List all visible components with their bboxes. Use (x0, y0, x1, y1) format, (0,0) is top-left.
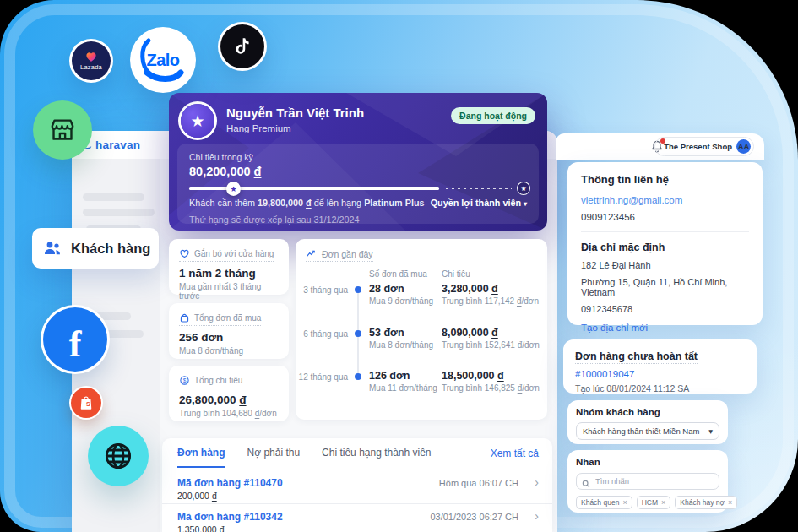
address-line: 182 Lê Đại Hành (581, 260, 749, 270)
zalo-logo: Zalo (133, 30, 193, 90)
member-card: ★ Nguyễn Trần Việt Trinh Hạng Premium Đa… (169, 93, 547, 231)
chevron-right-icon[interactable]: › (535, 509, 539, 523)
order-link[interactable]: Mã đơn hàng #110470 (177, 477, 283, 489)
spend-value: 80,200,000 đ (189, 165, 527, 178)
lazada-logo-text: Lazada (80, 63, 102, 71)
column-header-orders: Số đơn đã mua (369, 269, 427, 279)
new-address-link[interactable]: Tạo địa chỉ mới (581, 323, 749, 333)
progress-dotted-track (446, 188, 512, 189)
label-search-input[interactable] (576, 473, 719, 490)
incomplete-order-link[interactable]: #1000019047 (575, 369, 745, 379)
incomplete-order-created: Tạo lúc 08/01/2024 11:12 SA (575, 383, 745, 394)
stat-sub: Mua 8 đơn/tháng (179, 346, 279, 356)
spend-sub: Trung bình 117,142 đ/đơn (442, 296, 539, 306)
orders-sub: Mua 9 đơn/tháng (369, 296, 433, 306)
customer-group-select[interactable]: Khách hàng thân thiết Miền Nam ▾ (576, 422, 719, 440)
chevron-right-icon[interactable]: › (535, 475, 539, 489)
lazada-heart-icon (84, 51, 98, 62)
contact-card: Thông tin liên hệ viettrinh.ng@gmail.com… (567, 162, 763, 325)
view-all-link[interactable]: Xem tất cả (491, 448, 539, 459)
heart-icon (179, 248, 190, 259)
tier-reset-note: Thứ hạng sẽ được xếp lại sau 31/12/2024 (189, 214, 360, 225)
zalo-swirl-icon (133, 30, 193, 90)
member-benefits-dropdown[interactable]: Quyền lợi thành viên ▾ (431, 198, 527, 208)
users-icon (42, 239, 62, 258)
spend-sub: Trung bình 152,641 đ/đơn (442, 340, 540, 350)
tag-chip[interactable]: HCM× (637, 496, 671, 509)
tier-progress-bar: ★ ★ (189, 187, 527, 190)
order-time: Hôm qua 06:07 CH (439, 478, 518, 488)
tag-chip[interactable]: Khách hay nợ× (675, 496, 737, 509)
shop-avatar: AA (736, 139, 751, 154)
labels-title: Nhãn (576, 457, 719, 467)
shop-switcher[interactable]: The Present Shop AA (654, 137, 754, 156)
coin-icon: $ (179, 375, 190, 386)
hero-canvas: haravan ★ Nguyễn Trần Việt Trinh Hạng Pr… (0, 0, 798, 532)
upgrade-hint: Khách cần thêm 19,800,000 đ để lên hạng … (189, 198, 425, 208)
tiktok-icon (220, 24, 264, 68)
close-icon[interactable]: × (622, 498, 627, 507)
default-address-title: Địa chỉ mặc định (581, 242, 749, 253)
close-icon[interactable]: × (728, 498, 732, 507)
lazada-logo: Lazada (72, 41, 111, 80)
upgrade-tier: Platinum Plus (364, 198, 424, 208)
upgrade-amount: 19,800,000 đ (258, 198, 312, 208)
svg-text:S: S (86, 401, 90, 408)
stat-value: 26,800,000 đ (179, 394, 279, 406)
chevron-down-icon: ▾ (708, 426, 713, 436)
svg-text:$: $ (183, 377, 187, 383)
tag-chip[interactable]: Khách quen× (576, 496, 632, 509)
orders-tabs: Đơn hàng Nợ phải thu Chi tiêu hạng thành… (177, 447, 432, 468)
recent-orders-card: Đơn gần đây Số đơn đã mua Chi tiêu 3 thá… (296, 239, 547, 420)
spend-panel: Chi tiêu trong kỳ 80,200,000 đ ★ ★ Khách… (177, 144, 539, 224)
divider (162, 470, 552, 470)
incomplete-order-card: Đơn hàng chưa hoàn tất #1000019047 Tạo l… (563, 339, 757, 394)
period-label: 12 tháng qua (296, 372, 348, 382)
shop-name: The Present Shop (664, 142, 732, 151)
orders-sub: Mua 8 đơn/tháng (369, 340, 433, 350)
customer-group-card: Nhóm khách hàng Khách hàng thân thiết Mi… (567, 400, 728, 444)
spend-amount: 3,280,000 đ (442, 283, 498, 295)
customer-group-title: Nhóm khách hàng (576, 407, 719, 417)
period-label: 6 tháng qua (296, 329, 348, 339)
close-icon[interactable]: × (661, 498, 665, 507)
orders-panel: Đơn hàng Nợ phải thu Chi tiêu hạng thành… (162, 438, 552, 532)
stat-value: 256 đơn (179, 331, 279, 344)
stat-label: Tổng đơn đã mua (179, 312, 261, 326)
orders-count: 28 đơn (369, 283, 404, 295)
shop-topbar: The Present Shop AA (556, 133, 764, 160)
phone-number: 0909123456 (581, 212, 749, 222)
spend-label: Chi tiêu trong kỳ (189, 152, 527, 162)
search-icon (582, 476, 590, 491)
timeline-dot (355, 286, 361, 293)
recent-orders-title: Đơn gần đây (306, 248, 373, 262)
bag-icon (179, 312, 190, 323)
member-name: Nguyễn Trần Việt Trinh (226, 106, 364, 120)
tab-member-spend[interactable]: Chi tiêu hạng thành viên (322, 447, 431, 468)
order-link[interactable]: Mã đơn hàng #110342 (177, 511, 283, 523)
divider (581, 231, 749, 232)
tab-receivables[interactable]: Nợ phải thu (247, 447, 301, 468)
stat-card-loyalty: Gắn bó với cửa hàng 1 năm 2 tháng Mua gầ… (169, 239, 289, 295)
stat-value: 1 năm 2 tháng (179, 267, 279, 280)
timeline-dot (355, 373, 361, 380)
period-label: 3 tháng qua (296, 285, 348, 295)
sidebar-skeleton (83, 209, 155, 216)
facebook-icon: f (43, 307, 107, 372)
globe-icon (88, 426, 149, 486)
order-amount: 1,350,000 đ (177, 524, 224, 532)
orders-count: 126 đơn (369, 370, 410, 382)
address-line: Phường 15, Quận 11, Hồ Chí Minh, Vietnam (581, 277, 749, 297)
member-avatar-star-icon: ★ (181, 104, 214, 138)
sidebar-item-customers[interactable]: Khách hàng (32, 228, 159, 269)
order-amount: 200,000 đ (177, 491, 217, 501)
stat-sub: Mua gần nhất 3 tháng trước (179, 282, 279, 301)
email-link[interactable]: viettrinh.ng@gmail.com (581, 195, 749, 205)
order-time: 03/01/2023 06:27 CH (430, 512, 518, 522)
stat-label: $ Tổng chi tiêu (179, 375, 242, 388)
stat-sub: Trung bình 104,680 đ/đơn (179, 409, 279, 418)
storefront-icon (33, 100, 92, 160)
spend-amount: 18,500,000 đ (442, 370, 504, 382)
tab-orders[interactable]: Đơn hàng (177, 447, 225, 468)
spend-sub: Trung bình 146,825 đ/đơn (442, 383, 540, 393)
